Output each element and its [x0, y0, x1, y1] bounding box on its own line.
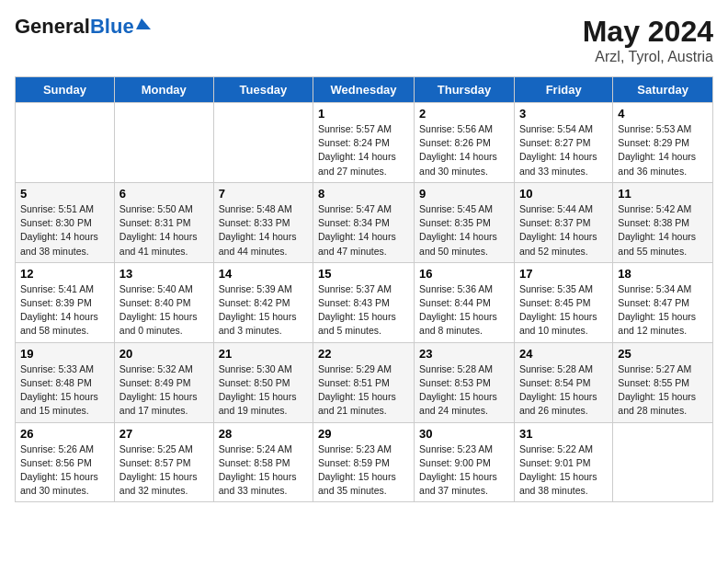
calendar-cell: 2Sunrise: 5:56 AMSunset: 8:26 PMDaylight…: [415, 103, 515, 183]
day-info: Sunrise: 5:35 AMSunset: 8:45 PMDaylight:…: [519, 282, 608, 339]
day-number: 31: [519, 427, 608, 441]
day-info: Sunrise: 5:23 AMSunset: 8:59 PMDaylight:…: [318, 442, 409, 499]
day-info: Sunrise: 5:39 AMSunset: 8:42 PMDaylight:…: [219, 282, 308, 339]
day-number: 7: [219, 187, 308, 201]
weekday-header-friday: Friday: [514, 77, 612, 103]
day-number: 14: [219, 267, 308, 281]
day-info: Sunrise: 5:41 AMSunset: 8:39 PMDaylight:…: [20, 282, 109, 339]
calendar-cell: 29Sunrise: 5:23 AMSunset: 8:59 PMDayligh…: [313, 422, 415, 502]
weekday-header-tuesday: Tuesday: [213, 77, 313, 103]
day-info: Sunrise: 5:30 AMSunset: 8:50 PMDaylight:…: [219, 362, 308, 419]
calendar-cell: 17Sunrise: 5:35 AMSunset: 8:45 PMDayligh…: [514, 262, 612, 342]
day-info: Sunrise: 5:53 AMSunset: 8:29 PMDaylight:…: [618, 122, 708, 178]
calendar-table: SundayMondayTuesdayWednesdayThursdayFrid…: [15, 76, 713, 502]
day-number: 13: [119, 267, 209, 281]
calendar-cell: 11Sunrise: 5:42 AMSunset: 8:38 PMDayligh…: [613, 182, 713, 262]
day-info: Sunrise: 5:28 AMSunset: 8:54 PMDaylight:…: [519, 362, 608, 419]
calendar-cell: 7Sunrise: 5:48 AMSunset: 8:33 PMDaylight…: [213, 182, 313, 262]
calendar-cell: 21Sunrise: 5:30 AMSunset: 8:50 PMDayligh…: [213, 342, 313, 422]
month-year-title: May 2024: [583, 15, 713, 49]
calendar-body: 1Sunrise: 5:57 AMSunset: 8:24 PMDaylight…: [16, 103, 713, 502]
day-info: Sunrise: 5:28 AMSunset: 8:53 PMDaylight:…: [419, 362, 509, 419]
day-number: 17: [519, 267, 608, 281]
day-number: 29: [318, 427, 409, 441]
calendar-cell: 22Sunrise: 5:29 AMSunset: 8:51 PMDayligh…: [313, 342, 415, 422]
day-info: Sunrise: 5:40 AMSunset: 8:40 PMDaylight:…: [119, 282, 209, 339]
calendar-week-row: 19Sunrise: 5:33 AMSunset: 8:48 PMDayligh…: [16, 342, 713, 422]
day-info: Sunrise: 5:25 AMSunset: 8:57 PMDaylight:…: [119, 442, 209, 499]
calendar-cell: 20Sunrise: 5:32 AMSunset: 8:49 PMDayligh…: [114, 342, 213, 422]
day-number: 4: [618, 107, 708, 121]
weekday-header-sunday: Sunday: [16, 77, 115, 103]
day-number: 26: [20, 427, 109, 441]
calendar-cell: 6Sunrise: 5:50 AMSunset: 8:31 PMDaylight…: [114, 182, 213, 262]
calendar-cell: 24Sunrise: 5:28 AMSunset: 8:54 PMDayligh…: [514, 342, 612, 422]
calendar-cell: 27Sunrise: 5:25 AMSunset: 8:57 PMDayligh…: [114, 422, 213, 502]
day-number: 16: [419, 267, 509, 281]
day-number: 12: [20, 267, 109, 281]
day-info: Sunrise: 5:48 AMSunset: 8:33 PMDaylight:…: [219, 202, 308, 259]
day-info: Sunrise: 5:37 AMSunset: 8:43 PMDaylight:…: [318, 282, 409, 339]
calendar-cell: 12Sunrise: 5:41 AMSunset: 8:39 PMDayligh…: [16, 262, 115, 342]
day-info: Sunrise: 5:32 AMSunset: 8:49 PMDaylight:…: [119, 362, 209, 419]
day-number: 2: [419, 107, 509, 121]
day-info: Sunrise: 5:56 AMSunset: 8:26 PMDaylight:…: [419, 122, 509, 178]
day-number: 15: [318, 267, 409, 281]
day-number: 21: [219, 347, 308, 361]
day-info: Sunrise: 5:54 AMSunset: 8:27 PMDaylight:…: [519, 122, 608, 178]
day-number: 27: [119, 427, 209, 441]
calendar-week-row: 26Sunrise: 5:26 AMSunset: 8:56 PMDayligh…: [16, 422, 713, 502]
day-number: 22: [318, 347, 409, 361]
calendar-cell: 3Sunrise: 5:54 AMSunset: 8:27 PMDaylight…: [514, 103, 612, 183]
page-header: GeneralBlue May 2024 Arzl, Tyrol, Austri…: [15, 15, 713, 65]
calendar-cell: 25Sunrise: 5:27 AMSunset: 8:55 PMDayligh…: [613, 342, 713, 422]
calendar-cell: 31Sunrise: 5:22 AMSunset: 9:01 PMDayligh…: [514, 422, 612, 502]
day-info: Sunrise: 5:23 AMSunset: 9:00 PMDaylight:…: [419, 442, 509, 499]
calendar-cell: 9Sunrise: 5:45 AMSunset: 8:35 PMDaylight…: [415, 182, 515, 262]
day-info: Sunrise: 5:27 AMSunset: 8:55 PMDaylight:…: [618, 362, 708, 419]
weekday-header-monday: Monday: [114, 77, 213, 103]
calendar-cell: 19Sunrise: 5:33 AMSunset: 8:48 PMDayligh…: [16, 342, 115, 422]
day-info: Sunrise: 5:45 AMSunset: 8:35 PMDaylight:…: [419, 202, 509, 259]
weekday-header-row: SundayMondayTuesdayWednesdayThursdayFrid…: [16, 77, 713, 103]
logo-text: GeneralBlue: [15, 15, 134, 39]
calendar-cell: [16, 103, 115, 183]
calendar-cell: 15Sunrise: 5:37 AMSunset: 8:43 PMDayligh…: [313, 262, 415, 342]
day-info: Sunrise: 5:26 AMSunset: 8:56 PMDaylight:…: [20, 442, 109, 499]
calendar-week-row: 5Sunrise: 5:51 AMSunset: 8:30 PMDaylight…: [16, 182, 713, 262]
calendar-cell: 26Sunrise: 5:26 AMSunset: 8:56 PMDayligh…: [16, 422, 115, 502]
day-info: Sunrise: 5:50 AMSunset: 8:31 PMDaylight:…: [119, 202, 209, 259]
day-number: 11: [618, 187, 708, 201]
logo-icon: [136, 17, 153, 33]
day-number: 25: [618, 347, 708, 361]
day-info: Sunrise: 5:44 AMSunset: 8:37 PMDaylight:…: [519, 202, 608, 259]
calendar-cell: 8Sunrise: 5:47 AMSunset: 8:34 PMDaylight…: [313, 182, 415, 262]
day-number: 1: [318, 107, 409, 121]
calendar-cell: 23Sunrise: 5:28 AMSunset: 8:53 PMDayligh…: [415, 342, 515, 422]
day-info: Sunrise: 5:57 AMSunset: 8:24 PMDaylight:…: [318, 122, 409, 178]
day-number: 30: [419, 427, 509, 441]
calendar-cell: 30Sunrise: 5:23 AMSunset: 9:00 PMDayligh…: [415, 422, 515, 502]
logo: GeneralBlue: [15, 15, 153, 39]
title-block: May 2024 Arzl, Tyrol, Austria: [583, 15, 713, 65]
day-info: Sunrise: 5:51 AMSunset: 8:30 PMDaylight:…: [20, 202, 109, 259]
calendar-cell: 18Sunrise: 5:34 AMSunset: 8:47 PMDayligh…: [613, 262, 713, 342]
day-number: 18: [618, 267, 708, 281]
day-info: Sunrise: 5:36 AMSunset: 8:44 PMDaylight:…: [419, 282, 509, 339]
day-info: Sunrise: 5:33 AMSunset: 8:48 PMDaylight:…: [20, 362, 109, 419]
day-number: 24: [519, 347, 608, 361]
calendar-cell: [114, 103, 213, 183]
calendar-cell: 13Sunrise: 5:40 AMSunset: 8:40 PMDayligh…: [114, 262, 213, 342]
day-number: 23: [419, 347, 509, 361]
day-number: 10: [519, 187, 608, 201]
calendar-cell: [213, 103, 313, 183]
weekday-header-saturday: Saturday: [613, 77, 713, 103]
calendar-cell: 1Sunrise: 5:57 AMSunset: 8:24 PMDaylight…: [313, 103, 415, 183]
calendar-cell: [613, 422, 713, 502]
calendar-cell: 10Sunrise: 5:44 AMSunset: 8:37 PMDayligh…: [514, 182, 612, 262]
day-info: Sunrise: 5:42 AMSunset: 8:38 PMDaylight:…: [618, 202, 708, 259]
calendar-cell: 28Sunrise: 5:24 AMSunset: 8:58 PMDayligh…: [213, 422, 313, 502]
location-subtitle: Arzl, Tyrol, Austria: [583, 49, 713, 65]
day-info: Sunrise: 5:47 AMSunset: 8:34 PMDaylight:…: [318, 202, 409, 259]
day-info: Sunrise: 5:24 AMSunset: 8:58 PMDaylight:…: [219, 442, 308, 499]
